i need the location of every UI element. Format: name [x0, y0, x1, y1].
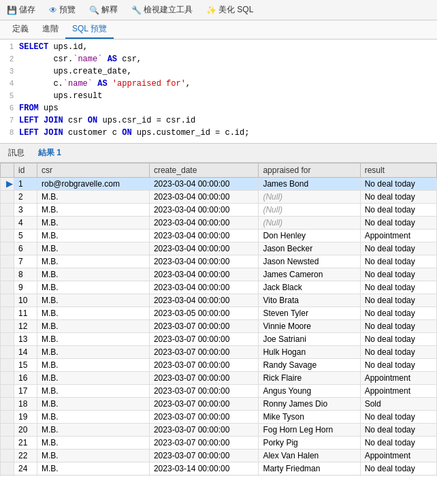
- save-button[interactable]: 💾 儲存: [4, 3, 38, 17]
- cell-appraised-for: Steven Tyler: [259, 307, 360, 320]
- tab-advance[interactable]: 進階: [35, 20, 65, 39]
- line-number-3: 3: [0, 67, 19, 75]
- inspect-button[interactable]: 🔧 檢視建立工具: [129, 3, 195, 17]
- row-arrow-col: [1, 294, 14, 307]
- table-row[interactable]: 8M.B.2023-03-04 00:00:00James CameronNo …: [1, 268, 437, 281]
- row-arrow-col: [1, 281, 14, 294]
- arrow-icon: ▶: [6, 179, 12, 189]
- cell-appraised-for: Jason Newsted: [259, 255, 360, 268]
- beautify-button[interactable]: ✨ 美化 SQL: [204, 3, 256, 17]
- table-row[interactable]: 4M.B.2023-03-04 00:00:00(Null)No deal to…: [1, 217, 437, 230]
- table-row[interactable]: 12M.B.2023-03-07 00:00:00Vinnie MooreNo …: [1, 320, 437, 333]
- cell-csr: M.B.: [37, 191, 149, 204]
- cell-appraised-for: Angus Young: [259, 385, 360, 398]
- col-id: id: [14, 163, 37, 178]
- cell-id: 16: [14, 372, 37, 385]
- row-arrow-col: ▶: [1, 178, 14, 191]
- table-row[interactable]: 17M.B.2023-03-07 00:00:00Angus YoungAppo…: [1, 385, 437, 398]
- cell-csr: rob@robgravelle.com: [37, 178, 149, 191]
- row-arrow-col: [1, 359, 14, 372]
- tab-sqlpreview[interactable]: SQL 預覽: [65, 20, 114, 39]
- cell-appraised-for: Porky Pig: [259, 437, 360, 450]
- cell-create-date: 2023-03-04 00:00:00: [149, 294, 258, 307]
- table-row[interactable]: 6M.B.2023-03-04 00:00:00Jason BeckerNo d…: [1, 242, 437, 255]
- table-row[interactable]: 10M.B.2023-03-04 00:00:00Vito BrataNo de…: [1, 294, 437, 307]
- table-row[interactable]: 15M.B.2023-03-07 00:00:00Randy SavageNo …: [1, 359, 437, 372]
- sql-line-4: 4 c.`name` AS 'appraised for',: [0, 79, 437, 91]
- cell-appraised-for: Vito Brata: [259, 294, 360, 307]
- cell-result: No deal today: [360, 294, 436, 307]
- cell-appraised-for: Alex Van Halen: [259, 450, 360, 462]
- cell-result: No deal today: [360, 424, 436, 437]
- row-arrow-col: [1, 437, 14, 450]
- cell-csr: M.B.: [37, 462, 149, 475]
- row-arrow-col: [1, 255, 14, 268]
- row-arrow-col: [1, 191, 14, 204]
- table-row[interactable]: 5M.B.2023-03-04 00:00:00Don HenleyAppoin…: [1, 230, 437, 242]
- line-number-5: 5: [0, 91, 19, 99]
- results-table[interactable]: id csr create_date appraised for result …: [0, 163, 437, 476]
- explain-button[interactable]: 🔍 解釋: [86, 3, 120, 17]
- cell-csr: M.B.: [37, 437, 149, 450]
- cell-create-date: 2023-03-04 00:00:00: [149, 204, 258, 217]
- table-row[interactable]: ▶1rob@robgravelle.com2023-03-04 00:00:00…: [1, 178, 437, 191]
- table-row[interactable]: 18M.B.2023-03-07 00:00:00Ronny James Dio…: [1, 398, 437, 411]
- cell-appraised-for: Mike Tyson: [259, 411, 360, 424]
- cell-csr: M.B.: [37, 424, 149, 437]
- cell-result: Appointment: [360, 450, 436, 462]
- inspect-icon: 🔧: [131, 5, 142, 15]
- table-row[interactable]: 2M.B.2023-03-04 00:00:00(Null)No deal to…: [1, 191, 437, 204]
- table-row[interactable]: 13M.B.2023-03-07 00:00:00Joe SatrianiNo …: [1, 333, 437, 346]
- row-arrow-col: [1, 462, 14, 475]
- table-row[interactable]: 14M.B.2023-03-07 00:00:00Hulk HoganNo de…: [1, 346, 437, 359]
- cell-create-date: 2023-03-17 00:00:00: [149, 475, 258, 477]
- row-arrow-col: [1, 475, 14, 477]
- toolbar: 💾 儲存 👁 預覽 🔍 解釋 🔧 檢視建立工具 ✨ 美化 SQL: [0, 0, 437, 20]
- cell-create-date: 2023-03-04 00:00:00: [149, 281, 258, 294]
- cell-id: 24: [14, 462, 37, 475]
- cell-appraised-for: Hulk Hogan: [259, 346, 360, 359]
- cell-id: 21: [14, 437, 37, 450]
- tab-define[interactable]: 定義: [5, 20, 35, 39]
- cell-create-date: 2023-03-04 00:00:00: [149, 191, 258, 204]
- sql-line-2: 2 csr.`name` AS csr,: [0, 54, 437, 67]
- sql-content-1: SELECT ups.id,: [19, 42, 437, 52]
- cell-create-date: 2023-03-07 00:00:00: [149, 398, 258, 411]
- col-appraised-for: appraised for: [259, 163, 360, 178]
- table-row[interactable]: 16M.B.2023-03-07 00:00:00Rick FlaireAppo…: [1, 372, 437, 385]
- beautify-icon: ✨: [206, 5, 216, 15]
- cell-create-date: 2023-03-04 00:00:00: [149, 178, 258, 191]
- cell-csr: M.B.: [37, 230, 149, 242]
- preview-button[interactable]: 👁 預覽: [46, 3, 78, 17]
- sql-line-8: 8 LEFT JOIN customer c ON ups.customer_i…: [0, 128, 437, 140]
- table-row[interactable]: 24M.B.2023-03-14 00:00:00Marty FriedmanN…: [1, 462, 437, 475]
- data-table: id csr create_date appraised for result …: [0, 163, 437, 476]
- line-number-4: 4: [0, 79, 19, 87]
- sql-content-7: LEFT JOIN csr ON ups.csr_id = csr.id: [19, 116, 437, 125]
- table-row[interactable]: 22M.B.2023-03-07 00:00:00Alex Van HalenA…: [1, 450, 437, 462]
- table-row[interactable]: 20M.B.2023-03-07 00:00:00Fog Horn Leg Ho…: [1, 424, 437, 437]
- cell-csr: M.B.: [37, 475, 149, 477]
- cell-id: 8: [14, 268, 37, 281]
- cell-result: No deal today: [360, 437, 436, 450]
- row-arrow-col: [1, 424, 14, 437]
- cell-result: No deal today: [360, 242, 436, 255]
- table-row[interactable]: 9M.B.2023-03-04 00:00:00Jack BlackNo dea…: [1, 281, 437, 294]
- cell-appraised-for: Don Henley: [259, 230, 360, 242]
- cell-id: 13: [14, 333, 37, 346]
- row-arrow-col: [1, 230, 14, 242]
- table-row[interactable]: 7M.B.2023-03-04 00:00:00Jason NewstedNo …: [1, 255, 437, 268]
- line-number-2: 2: [0, 54, 19, 63]
- table-row[interactable]: 21M.B.2023-03-07 00:00:00Porky PigNo dea…: [1, 437, 437, 450]
- cell-csr: M.B.: [37, 255, 149, 268]
- line-number-6: 6: [0, 104, 19, 112]
- row-arrow-col: [1, 372, 14, 385]
- tab-messages[interactable]: 訊息: [5, 146, 27, 160]
- row-arrow-col: [1, 346, 14, 359]
- table-row[interactable]: 25M.B.2023-03-17 00:00:00John BohnamNo d…: [1, 475, 437, 477]
- table-row[interactable]: 19M.B.2023-03-07 00:00:00Mike TysonNo de…: [1, 411, 437, 424]
- table-row[interactable]: 11M.B.2023-03-05 00:00:00Steven TylerNo …: [1, 307, 437, 320]
- cell-csr: M.B.: [37, 242, 149, 255]
- tab-result1[interactable]: 結果 1: [35, 146, 64, 160]
- table-row[interactable]: 3M.B.2023-03-04 00:00:00(Null)No deal to…: [1, 204, 437, 217]
